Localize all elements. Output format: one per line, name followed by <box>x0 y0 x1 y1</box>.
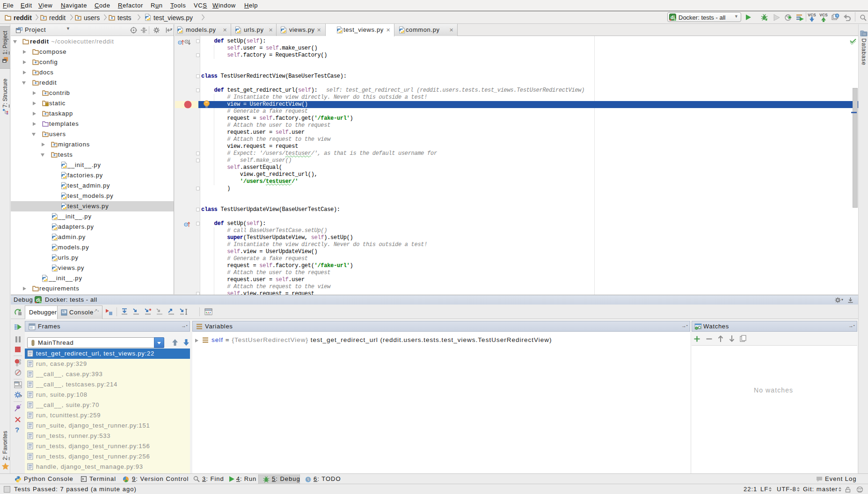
svg-text:VCS: VCS <box>819 13 828 17</box>
svg-text:VCS: VCS <box>808 13 816 17</box>
